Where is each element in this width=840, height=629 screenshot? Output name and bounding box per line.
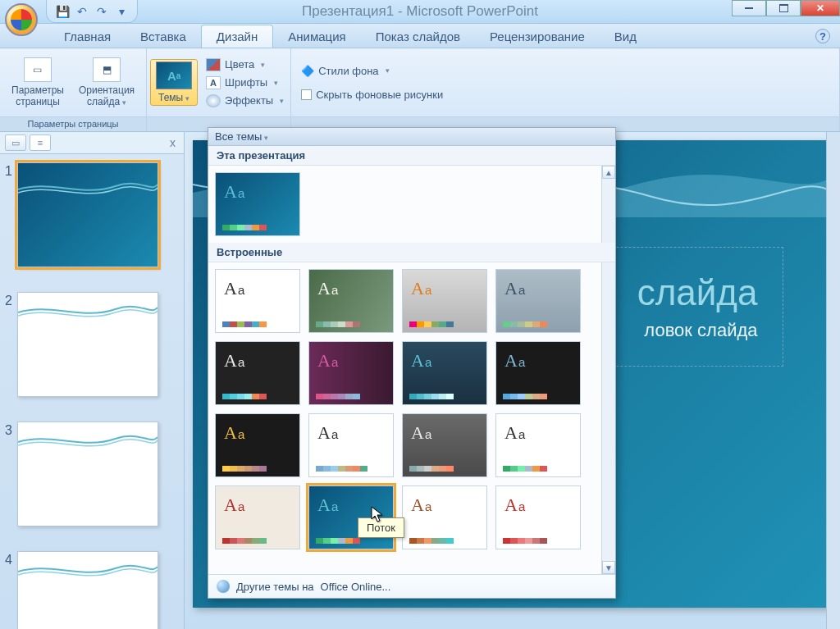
theme-paper[interactable]: Aa: [495, 485, 581, 549]
all-themes-header[interactable]: Все темы: [208, 128, 615, 146]
gallery-scrollbar[interactable]: ▲: [601, 166, 615, 243]
theme-foundry[interactable]: Aa: [495, 341, 581, 405]
tab-insert[interactable]: Вставка: [126, 25, 201, 48]
theme-oriel[interactable]: Aa: [215, 485, 300, 549]
theme-civic[interactable]: Aa: [495, 269, 581, 333]
colors-button[interactable]: Цвета: [203, 57, 287, 73]
gallery-scrollbar-2[interactable]: ▼: [601, 262, 615, 574]
scroll-up-icon[interactable]: ▲: [602, 166, 615, 179]
builtin-themes-grid: AaAaAaAaAaAaAaAaAaAaAaAaAaAaAaAa: [208, 262, 601, 574]
quick-access-toolbar: 💾 ↶ ↷ ▾: [46, 0, 138, 23]
undo-icon[interactable]: ↶: [75, 4, 89, 19]
themes-icon: Aa: [156, 62, 192, 89]
theme-origin[interactable]: Aa: [402, 485, 487, 549]
builtin-section: Встроенные: [208, 243, 615, 262]
slide-scrollbar[interactable]: [826, 132, 840, 629]
page-setup-group-label: Параметры страницы: [0, 116, 146, 131]
tab-home[interactable]: Главная: [49, 25, 126, 48]
effects-icon: [206, 94, 221, 107]
theme-current[interactable]: Aa: [215, 172, 300, 236]
outline-tab[interactable]: ≡: [30, 134, 51, 151]
fonts-button[interactable]: A Шрифты: [203, 75, 287, 91]
theme-flow2[interactable]: Aa: [402, 341, 487, 405]
colors-icon: [206, 58, 221, 71]
slide-thumbnail[interactable]: 2: [5, 292, 179, 397]
tab-review[interactable]: Рецензирование: [475, 25, 600, 48]
slide-thumbnail[interactable]: 1: [5, 162, 179, 267]
redo-icon[interactable]: ↷: [94, 4, 109, 19]
thumb-number: 3: [5, 422, 12, 440]
slide-thumbnail[interactable]: 4: [5, 551, 179, 629]
themes-button[interactable]: Aa Темы: [150, 59, 198, 106]
orientation-label: Ориентация слайда: [79, 84, 135, 107]
hide-bg-checkbox[interactable]: Скрыть фоновые рисунки: [298, 87, 446, 103]
current-theme-grid: Aa: [208, 166, 601, 243]
theme-office[interactable]: Aa: [215, 269, 300, 333]
themes-label: Темы: [158, 92, 189, 103]
minimize-button[interactable]: [732, 0, 766, 16]
theme-metro[interactable]: Aa: [308, 413, 394, 477]
tab-view[interactable]: Вид: [600, 25, 651, 48]
orientation-button[interactable]: ⬒ Ориентация слайда: [74, 56, 139, 109]
fonts-icon: A: [206, 76, 221, 89]
close-button[interactable]: [801, 0, 840, 16]
qat-more-icon[interactable]: ▾: [114, 4, 129, 19]
theme-apex[interactable]: Aa: [308, 269, 394, 333]
help-button[interactable]: ?: [815, 29, 830, 43]
scroll-down-icon[interactable]: ▼: [602, 561, 615, 574]
page-setup-button[interactable]: ▭ Параметры страницы: [7, 56, 69, 109]
maximize-button[interactable]: [766, 0, 801, 16]
theme-median[interactable]: Aa: [215, 413, 300, 477]
slide-thumbnail-list: 1234: [0, 154, 184, 629]
theme-opulent[interactable]: Aa: [495, 413, 581, 477]
page-setup-label: Параметры страницы: [11, 84, 64, 107]
thumb-number: 1: [5, 162, 12, 180]
theme-aspect[interactable]: Aa: [402, 269, 487, 333]
theme-concourse[interactable]: Aa: [215, 341, 300, 405]
this-presentation-section: Эта презентация: [208, 146, 615, 166]
bg-styles-icon: 🔷: [301, 65, 314, 77]
globe-icon: [217, 580, 230, 593]
more-themes-online[interactable]: Другие темы на Office Online...: [208, 574, 615, 598]
effects-button[interactable]: Эффекты: [203, 93, 287, 109]
orientation-icon: ⬒: [93, 57, 121, 82]
theme-equity[interactable]: Aa: [308, 341, 394, 405]
slide-thumbnail[interactable]: 3: [5, 422, 179, 526]
thumbs-close-button[interactable]: x: [167, 136, 179, 149]
office-button[interactable]: [5, 3, 38, 36]
page-setup-icon: ▭: [24, 57, 52, 82]
tab-slideshow[interactable]: Показ слайдов: [361, 25, 475, 48]
thumb-number: 4: [5, 551, 12, 569]
background-styles-button[interactable]: 🔷 Стили фона: [298, 63, 392, 79]
themes-gallery-dropdown: Все темы Эта презентация Aa ▲ Встроенные…: [208, 127, 616, 599]
theme-module[interactable]: Aa: [402, 413, 487, 477]
tab-design[interactable]: Дизайн: [201, 25, 273, 48]
tab-animation[interactable]: Анимация: [273, 25, 360, 48]
slides-tab[interactable]: ▭: [5, 134, 26, 151]
theme-tooltip: Поток: [358, 517, 404, 538]
save-icon[interactable]: 💾: [55, 4, 70, 19]
checkbox-icon: [301, 89, 312, 100]
thumb-number: 2: [5, 292, 12, 310]
